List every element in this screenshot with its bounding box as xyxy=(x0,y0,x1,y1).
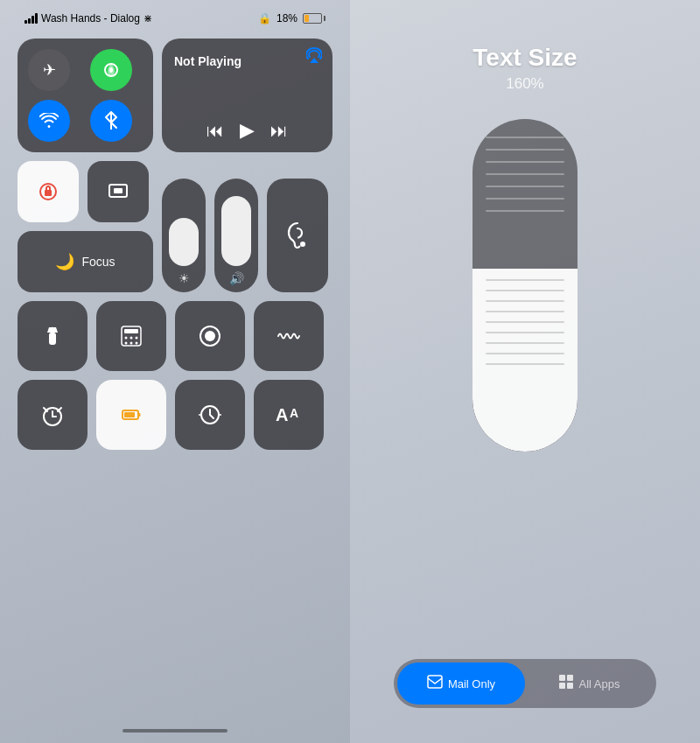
moon-icon: 🌙 xyxy=(55,252,74,271)
status-bar: Wash Hands - Dialog ⋇ 🔒 18% xyxy=(18,0,332,33)
battery-icon xyxy=(303,13,326,24)
signal-icon xyxy=(24,13,38,24)
svg-point-16 xyxy=(136,342,138,345)
cellular-button[interactable] xyxy=(90,49,132,91)
play-button[interactable]: ▶ xyxy=(240,119,255,142)
slider-bottom-lines xyxy=(486,279,564,365)
brightness-slider[interactable]: ☀ xyxy=(162,179,206,292)
wifi-icon: ⋇ xyxy=(144,12,152,25)
svg-point-1 xyxy=(109,67,113,73)
mail-only-option[interactable]: Mail Only xyxy=(397,662,525,704)
battery-button[interactable] xyxy=(96,380,166,450)
svg-rect-7 xyxy=(49,333,56,345)
battery-percent: 18% xyxy=(276,12,298,25)
svg-rect-22 xyxy=(138,413,141,417)
svg-point-13 xyxy=(136,337,138,340)
connectivity-block: ✈ xyxy=(18,39,153,152)
text-size-percent: 160% xyxy=(506,75,543,93)
row-extras: A A xyxy=(18,380,332,450)
text-size-panel: Text Size 160% xyxy=(350,0,700,743)
slider-fill xyxy=(472,269,578,452)
control-center-panel: Wash Hands - Dialog ⋇ 🔒 18% ✈ xyxy=(0,0,350,743)
left-controls: 🌙 Focus xyxy=(18,161,153,292)
svg-point-6 xyxy=(300,242,305,247)
next-button[interactable]: ⏭ xyxy=(270,121,288,141)
sliders: ☀ 🔊 xyxy=(162,179,258,292)
media-block: Not Playing ⏮ ▶ ⏭ xyxy=(162,39,332,152)
status-left: Wash Hands - Dialog ⋇ xyxy=(24,12,152,25)
slider-top-lines xyxy=(486,137,564,212)
hearing-button[interactable] xyxy=(267,179,328,292)
app-scope-toggle: Mail Only All Apps xyxy=(394,659,656,708)
carrier-label: Wash Hands - Dialog xyxy=(41,12,140,25)
row-controls: 🌙 Focus ☀ 🔊 xyxy=(18,161,332,292)
svg-point-14 xyxy=(125,342,128,345)
calculator-button[interactable] xyxy=(96,301,166,371)
svg-rect-21 xyxy=(124,412,135,417)
bluetooth-button[interactable] xyxy=(90,100,132,142)
media-controls: ⏮ ▶ ⏭ xyxy=(174,119,320,142)
svg-point-8 xyxy=(52,327,54,330)
svg-rect-29 xyxy=(559,683,565,689)
volume-icon: 🔊 xyxy=(229,271,244,285)
focus-button[interactable]: 🌙 Focus xyxy=(18,231,153,292)
home-indicator xyxy=(122,729,228,732)
control-grid: ✈ xyxy=(18,39,332,450)
svg-point-18 xyxy=(205,331,215,341)
alarm-button[interactable] xyxy=(18,380,88,450)
text-size-title: Text Size xyxy=(472,44,577,72)
svg-point-11 xyxy=(125,337,128,340)
all-apps-option[interactable]: All Apps xyxy=(525,662,653,704)
status-right: 🔒 18% xyxy=(258,12,326,25)
all-apps-icon xyxy=(558,674,574,693)
svg-rect-10 xyxy=(124,329,138,333)
mail-only-label: Mail Only xyxy=(448,677,495,690)
svg-text:A: A xyxy=(276,405,288,424)
screen-record-button[interactable] xyxy=(175,301,245,371)
previous-button[interactable]: ⏮ xyxy=(206,121,224,141)
media-title: Not Playing xyxy=(174,54,320,68)
svg-rect-5 xyxy=(114,188,122,193)
voice-memos-button[interactable] xyxy=(254,301,324,371)
screen-lock-button[interactable] xyxy=(18,161,79,222)
brightness-icon: ☀ xyxy=(178,271,190,285)
airplane-mode-button[interactable]: ✈ xyxy=(28,49,70,91)
wifi-button[interactable] xyxy=(28,100,70,142)
svg-rect-28 xyxy=(567,675,573,681)
svg-rect-30 xyxy=(567,683,573,689)
all-apps-label: All Apps xyxy=(579,677,620,690)
screen-time-button[interactable] xyxy=(175,380,245,450)
svg-rect-3 xyxy=(45,190,52,196)
text-size-slider[interactable] xyxy=(472,119,578,452)
flashlight-button[interactable] xyxy=(18,301,88,371)
volume-slider[interactable]: 🔊 xyxy=(214,179,258,292)
mail-icon xyxy=(427,675,443,692)
svg-rect-27 xyxy=(559,675,565,681)
svg-point-12 xyxy=(130,337,133,340)
screen-mirror-button[interactable] xyxy=(88,161,149,222)
svg-rect-26 xyxy=(428,676,442,688)
row-connectivity-media: ✈ xyxy=(18,39,332,152)
top-buttons xyxy=(18,161,153,222)
airplay-icon[interactable] xyxy=(306,47,322,66)
focus-label: Focus xyxy=(81,255,115,269)
row-utilities xyxy=(18,301,332,371)
svg-text:A: A xyxy=(290,406,298,420)
text-size-button[interactable]: A A xyxy=(254,380,324,450)
lock-icon: 🔒 xyxy=(258,12,271,25)
svg-point-15 xyxy=(130,342,133,345)
